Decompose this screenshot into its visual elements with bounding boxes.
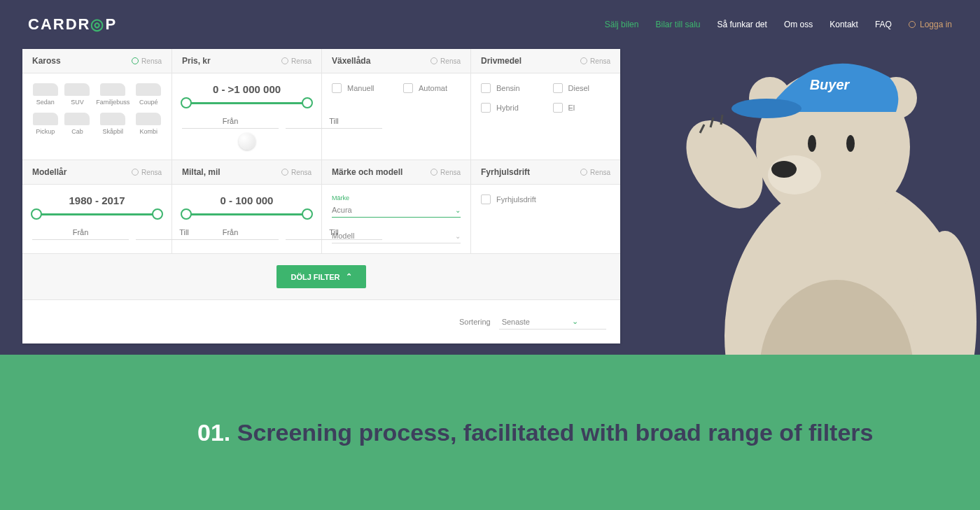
refresh-icon [281,169,288,176]
body-cab[interactable]: Cab [64,113,91,135]
slider-handle-max[interactable] [302,208,313,220]
filter-awd: Fyrhjulsdrift Rensa Fyrhjulsdrift [471,160,620,254]
chevron-up-icon: ⌃ [346,272,352,281]
slider-handle-max[interactable] [302,97,313,108]
price-slider[interactable] [186,102,307,104]
checkbox-icon [553,103,563,113]
body-pickup[interactable]: Pickup [32,113,59,135]
year-from-input[interactable] [32,225,129,240]
cap-text: Buyer [810,77,850,92]
refresh-icon [580,57,587,64]
slider-value: 0 - 100 000 [182,194,312,206]
filter-title: Kaross [32,56,61,66]
filter-year: Modellår Rensa 1980 - 2017 [22,160,172,254]
body-suv[interactable]: SUV [64,83,91,106]
svg-point-11 [771,161,797,178]
refresh-icon [132,169,139,176]
check-diesel[interactable]: Diesel [553,83,611,93]
cab-icon [64,113,90,125]
check-manuell[interactable]: Manuell [332,83,389,93]
suv-icon [64,83,90,96]
slider-value: 0 - >1 000 000 [182,83,312,95]
model-select[interactable]: Modell ⌄ [332,229,461,243]
svg-point-0 [686,106,778,222]
logo: CARDR◎P [28,15,117,34]
checkbox-icon [481,103,491,113]
refresh-icon [132,57,139,64]
nav-sell[interactable]: Sälj bilen [605,20,639,29]
filter-make-model: Märke och modell Rensa Märke Acura ⌄ Mod… [322,160,471,254]
clear-button[interactable]: Rensa [132,169,162,176]
sort-label: Sortering [459,318,491,326]
filter-title: Pris, kr [182,56,211,66]
svg-point-6 [875,77,917,119]
svg-point-7 [732,99,802,118]
filter-kaross: Kaross Rensa Sedan SUV Familjebuss Coupé… [22,49,172,160]
sort-select[interactable]: Senaste ⌄ [499,314,606,330]
filter-title: Fyrhjulsdrift [481,167,530,177]
caption-bar: 01. Screening process, facilitated with … [0,355,980,510]
clear-button[interactable]: Rensa [132,57,162,65]
clear-button[interactable]: Rensa [281,169,312,176]
refresh-icon [580,169,587,176]
filter-fuel: Drivmedel Rensa Bensin Diesel Hybrid El [471,49,620,160]
clear-button[interactable]: Rensa [430,57,461,65]
filter-panel: Kaross Rensa Sedan SUV Familjebuss Coupé… [22,49,620,343]
mileage-from-input[interactable] [182,225,279,240]
svg-point-5 [749,77,791,119]
check-awd[interactable]: Fyrhjulsdrift [481,194,610,204]
check-el[interactable]: El [553,103,611,113]
filter-title: Märke och modell [332,167,402,177]
nav-how[interactable]: Så funkar det [718,20,767,29]
caption-number: 01. [197,419,230,446]
hide-filter-button[interactable]: DÖLJ FILTER ⌃ [276,265,365,288]
body-familjebuss[interactable]: Familjebuss [96,83,130,106]
checkbox-icon [481,194,491,204]
svg-point-9 [846,135,855,152]
price-from-input[interactable] [182,114,279,129]
svg-point-8 [808,135,816,152]
filter-title: Drivmedel [481,56,522,66]
refresh-icon [281,57,288,64]
sedan-icon [33,83,58,96]
clear-button[interactable]: Rensa [430,169,461,176]
wagon-icon [136,113,161,125]
filter-gearbox: Växellåda Rensa Manuell Automat [322,49,471,160]
nav-contact[interactable]: Kontakt [830,20,858,29]
checkbox-icon [332,83,342,93]
slider-handle-min[interactable] [181,208,192,220]
body-coupe[interactable]: Coupé [135,83,162,106]
sort-row: Sortering Senaste ⌄ [22,300,620,343]
hide-filter-row: DÖLJ FILTER ⌃ [22,254,620,300]
slider-handle-max[interactable] [152,208,163,220]
body-kombi[interactable]: Kombi [135,113,162,135]
user-icon [909,21,916,28]
slider-value: 1980 - 2017 [32,194,162,206]
nav-about[interactable]: Om oss [784,20,813,29]
clear-button[interactable]: Rensa [580,169,610,176]
check-hybrid[interactable]: Hybrid [481,103,539,113]
clear-button[interactable]: Rensa [580,57,610,65]
year-slider[interactable] [36,213,158,215]
header: CARDR◎P Sälj bilen Bilar till salu Så fu… [0,0,980,49]
logo-pin-icon: ◎ [90,15,105,33]
body-sedan[interactable]: Sedan [32,83,59,106]
van-icon [100,83,125,96]
mileage-slider[interactable] [186,213,307,215]
login-link[interactable]: Logga in [909,20,952,29]
slider-knob[interactable] [239,133,255,150]
slider-handle-min[interactable] [181,97,192,108]
body-skapbil[interactable]: Skåpbil [96,113,130,135]
checkbox-icon [553,83,563,93]
filter-title: Miltal, mil [182,167,220,177]
svg-point-10 [768,155,821,194]
check-bensin[interactable]: Bensin [481,83,539,93]
clear-button[interactable]: Rensa [281,57,312,65]
check-automat[interactable]: Automat [403,83,461,93]
nav-cars[interactable]: Bilar till salu [655,20,700,29]
make-select[interactable]: Acura ⌄ [332,203,461,218]
slider-handle-min[interactable] [31,208,42,220]
caption-text: 01. Screening process, facilitated with … [197,413,896,451]
nav-faq[interactable]: FAQ [875,20,892,29]
make-label: Märke [332,194,461,201]
